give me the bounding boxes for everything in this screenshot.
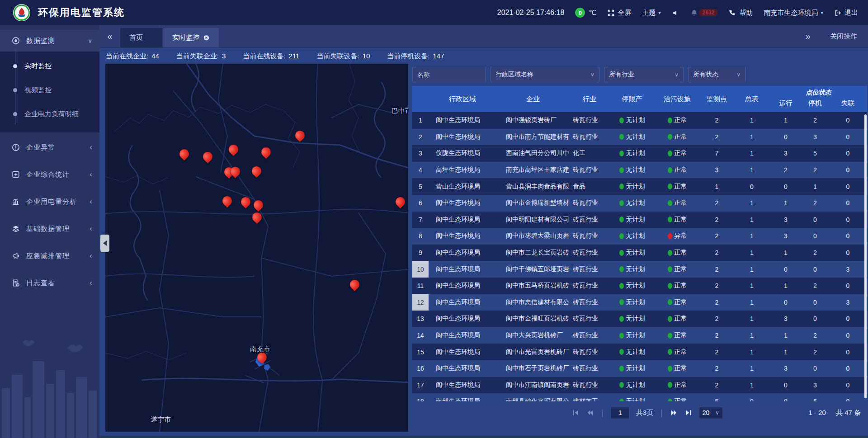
limit-status-dot: [619, 283, 624, 289]
table-row[interactable]: 6 阆中生态环境局 阆中市金博瑞新型墙材 砖瓦行业 无计划 正常 2 1 1 2…: [412, 195, 867, 212]
chevron-collapsed-icon: ‹: [90, 143, 92, 152]
point-status-group: 点位状态 运行停机失联: [770, 86, 867, 112]
theme-menu[interactable]: 主题 ▾: [642, 9, 661, 17]
tabs-scroll-right-icon[interactable]: »: [797, 31, 818, 42]
header-actions: 2021-02-25 17:46:18 0 ℃ 全屏 主题 ▾ 2632 帮助 …: [497, 8, 858, 18]
limit-status-dot: [619, 366, 624, 372]
page-number-input[interactable]: [611, 407, 630, 419]
cell-limit: 无计划: [626, 216, 645, 224]
sidebar-item[interactable]: 企业用电量分析 ‹: [0, 189, 99, 214]
table-row[interactable]: 10 阆中生态环境局 阆中千佛镇五郎垭页岩 砖瓦行业 无计划 正常 2 1 0 …: [412, 261, 867, 278]
fullscreen-button[interactable]: 全屏: [607, 9, 631, 17]
column-subheader: 停机: [802, 99, 829, 112]
separator: |: [601, 408, 604, 418]
cell-limit: 无计划: [626, 298, 645, 306]
cell-region: 阆中生态环境局: [429, 348, 496, 356]
org-menu[interactable]: 南充市生态环境局 ▾: [764, 9, 823, 17]
limit-status-dot: [619, 349, 624, 355]
cell-limit: 无计划: [626, 364, 645, 372]
sidebar-item[interactable]: 应急减排管理 ‹: [0, 244, 99, 268]
table-row[interactable]: 4 高坪生态环境局 南充市高坪区王家店建 砖瓦行业 无计划 正常 3 1 2 2…: [412, 162, 867, 179]
table-row[interactable]: 17 阆中生态环境局 阆中市江南镇阆南页岩 砖瓦行业 无计划 正常 2 1 0 …: [412, 377, 867, 394]
table-row[interactable]: 1 阆中生态环境局 阆中强锐页岩砖厂 砖瓦行业 无计划 正常 2 1 1 2 0: [412, 112, 867, 129]
mute-button[interactable]: [672, 9, 679, 17]
row-number: 8: [412, 228, 429, 245]
temperature: 0 ℃: [575, 8, 596, 18]
tabs-scroll-left-icon[interactable]: «: [99, 25, 120, 47]
industry-filter-select[interactable]: 所有行业 ∨: [604, 67, 684, 82]
table-row[interactable]: 5 营山生态环境局 营山县润丰肉食品有限 食品 无计划 正常 1 0 0 1 0: [412, 178, 867, 195]
phone-icon: [729, 9, 736, 17]
map-panel[interactable]: 巴中市南充市遂宁市: [105, 64, 408, 432]
sidebar-subitem[interactable]: 视频监控: [0, 78, 99, 102]
sidebar-item-data-monitoring[interactable]: 数据监测 ∨: [0, 30, 99, 52]
table-row[interactable]: 18 南部生态环境局 南部县砂化水泥有限公 建材加工 无计划 正常 5 0 0 …: [412, 393, 867, 401]
next-page-button[interactable]: [670, 409, 678, 417]
limit-status-dot: [619, 316, 624, 322]
table-row[interactable]: 8 阆中生态环境局 阆中市枣碧大梁山页岩 砖瓦行业 无计划 异常 2 1 3 0…: [412, 228, 867, 245]
sidebar-item[interactable]: 基础数据管理 ‹: [0, 217, 99, 241]
table-row[interactable]: 11 阆中生态环境局 阆中市五马桥页岩机砖 砖瓦行业 无计划 正常 2 1 1 …: [412, 278, 867, 294]
table-row[interactable]: 16 阆中生态环境局 阆中市石子页岩机砖厂 砖瓦行业 无计划 正常 2 1 3 …: [412, 360, 867, 377]
row-number: 4: [412, 162, 429, 179]
tab-close-icon[interactable]: [146, 34, 153, 41]
timeline-dot-icon: [13, 64, 17, 68]
cell-total: 1: [734, 232, 770, 240]
last-page-button[interactable]: [684, 409, 693, 417]
table-row[interactable]: 3 仪陇生态环境局 西南油气田分公司川中 化工 无计划 正常 7 1 3 5 0: [412, 145, 867, 162]
status-filter-select[interactable]: 所有状态 ∨: [688, 67, 745, 82]
close-operations-button[interactable]: 关闭操作: [830, 32, 857, 41]
page-size-select[interactable]: 20 ∨: [699, 407, 723, 419]
table-scrollbar[interactable]: [864, 114, 867, 398]
cell-limit: 无计划: [626, 166, 645, 174]
cell-company: 阆中市二龙长宝页岩砖: [496, 249, 570, 257]
cell-industry: 化工: [570, 149, 609, 157]
tab-close-icon[interactable]: [203, 34, 210, 41]
table-row[interactable]: 9 阆中生态环境局 阆中市二龙长宝页岩砖 砖瓦行业 无计划 正常 2 1 1 2…: [412, 245, 867, 261]
logout-button[interactable]: 退出: [834, 9, 858, 17]
cell-points: 2: [700, 249, 734, 256]
page-title: 环保用电监管系统: [38, 6, 125, 19]
tab[interactable]: 首页: [120, 28, 162, 47]
sidebar-subitem[interactable]: 实时监控: [0, 54, 99, 78]
cell-facility: 异常: [675, 232, 687, 240]
table-row[interactable]: 2 阆中生态环境局 阆中市南方节能建材有 砖瓦行业 无计划 正常 2 1 0 3…: [412, 129, 867, 146]
cell-points: 2: [700, 133, 734, 141]
table-row[interactable]: 14 阆中生态环境局 阆中大兴页岩机砖厂 砖瓦行业 无计划 正常 2 1 1 2…: [412, 327, 867, 344]
table-row[interactable]: 7 阆中生态环境局 阆中明阳建材有限公司 砖瓦行业 无计划 正常 2 1 3 0…: [412, 212, 867, 228]
cell-company: 阆中市石子页岩机砖厂: [496, 364, 570, 372]
table-row[interactable]: 12 阆中生态环境局 阆中市忠信建材有限公 砖瓦行业 无计划 正常 2 1 0 …: [412, 294, 867, 311]
separator: |: [660, 408, 663, 418]
cell-facility: 正常: [675, 348, 687, 356]
cell-industry: 砖瓦行业: [570, 166, 609, 174]
sidebar-item[interactable]: 企业综合统计 ‹: [0, 162, 99, 187]
limit-status-dot: [619, 184, 624, 189]
cell-points: 2: [700, 282, 734, 289]
cell-points: 2: [700, 365, 734, 372]
sidebar-item[interactable]: 日志查看 ‹: [0, 271, 99, 295]
table-row[interactable]: 13 阆中生态环境局 阆中市金福旺页岩机砖 砖瓦行业 无计划 正常 2 1 3 …: [412, 311, 867, 327]
name-filter-input[interactable]: [417, 71, 481, 78]
cell-total: 1: [734, 166, 770, 174]
sidebar-subitem[interactable]: 企业电力负荷明细: [0, 102, 99, 126]
cell-company: 阆中市金福旺页岩机砖: [496, 315, 570, 323]
region-filter-select[interactable]: 行政区域名称 ∨: [491, 67, 599, 82]
cell-run: 0: [770, 381, 802, 389]
cell-stop: 0: [802, 232, 829, 240]
sidebar-item-label: 企业用电量分析: [26, 198, 90, 206]
cell-region: 高坪生态环境局: [429, 166, 496, 174]
prev-page-button[interactable]: [586, 409, 594, 417]
cell-region: 仪陇生态环境局: [429, 149, 496, 157]
table-row[interactable]: 15 阆中生态环境局 阆中市光富页岩机砖厂 砖瓦行业 无计划 正常 2 1 1 …: [412, 344, 867, 360]
tab[interactable]: 实时监控: [163, 28, 219, 47]
collapse-map-button[interactable]: [100, 235, 109, 252]
sidebar-item-icon: [12, 198, 20, 206]
cell-facility: 正常: [675, 149, 687, 157]
data-monitoring-icon: [12, 37, 20, 45]
facility-status-dot: [668, 184, 672, 189]
sidebar-item[interactable]: 企业异常 ‹: [0, 135, 99, 160]
notifications-button[interactable]: 2632: [690, 9, 718, 17]
map-city-label: 巴中市: [392, 107, 408, 115]
help-button[interactable]: 帮助: [729, 9, 753, 17]
first-page-button[interactable]: [571, 409, 580, 417]
